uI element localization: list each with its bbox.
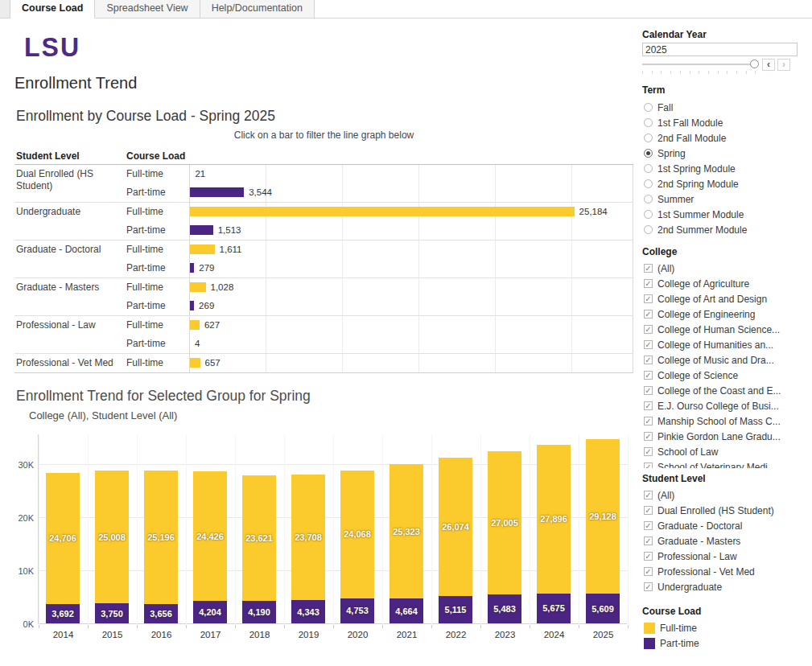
legend-swatch-full-time[interactable] — [644, 623, 655, 634]
part-time-segment[interactable]: 5,609 — [586, 594, 620, 623]
tab-help-documentation[interactable]: Help/Documentation — [200, 0, 315, 18]
bar-part-time[interactable] — [190, 187, 244, 197]
full-time-segment[interactable]: 25,323 — [390, 464, 423, 598]
term-option-fall[interactable]: Fall — [636, 100, 812, 115]
radio-icon[interactable] — [644, 103, 653, 112]
checkbox-checked-icon[interactable]: ✓ — [644, 491, 653, 500]
student-level-option-graduate-masters[interactable]: ✓Graduate - Masters — [636, 533, 812, 549]
full-time-segment[interactable]: 27,005 — [488, 451, 521, 594]
student-level-option-undergraduate[interactable]: ✓Undergraduate — [636, 579, 812, 594]
checkbox-checked-icon[interactable]: ✓ — [644, 521, 653, 530]
stacked-bar-2024[interactable]: 27,8965,675 — [537, 445, 571, 623]
slider-handle[interactable] — [750, 60, 759, 68]
stacked-bar-2025[interactable]: 29,1285,609 — [586, 439, 620, 623]
stacked-bar-2014[interactable]: 24,7063,692 — [46, 473, 80, 623]
full-time-segment[interactable]: 29,128 — [586, 439, 620, 594]
stacked-bar-2018[interactable]: 23,6214,190 — [242, 475, 276, 623]
bar-full-time[interactable] — [190, 207, 575, 216]
chevron-left-icon[interactable]: ‹ — [762, 59, 775, 71]
bar-full-time[interactable] — [190, 245, 215, 254]
bar-full-time[interactable] — [190, 358, 200, 368]
part-time-segment[interactable]: 5,675 — [537, 594, 571, 624]
college-option-pinkie-gordon-lane-gradu[interactable]: ✓Pinkie Gordon Lane Gradu... — [636, 429, 812, 444]
full-time-segment[interactable]: 23,621 — [242, 475, 276, 601]
college-option-college-of-agriculture[interactable]: ✓College of Agriculture — [636, 276, 812, 291]
college-option-all[interactable]: ✓(All) — [636, 261, 812, 276]
stacked-bar-2019[interactable]: 23,7084,343 — [291, 475, 325, 623]
college-option-college-of-engineering[interactable]: ✓College of Engineering — [636, 306, 812, 322]
radio-icon[interactable] — [644, 195, 653, 204]
bar-part-time[interactable] — [190, 263, 194, 273]
student-level-option-dual-enrolled-hs-student[interactable]: ✓Dual Enrolled (HS Student) — [636, 503, 812, 518]
part-time-segment[interactable]: 3,656 — [144, 604, 178, 623]
part-time-segment[interactable]: 4,753 — [340, 598, 374, 623]
part-time-segment[interactable]: 3,692 — [46, 604, 80, 623]
term-option-2nd-summer-module[interactable]: 2nd Summer Module — [636, 222, 812, 237]
college-option-college-of-human-science[interactable]: ✓College of Human Science... — [636, 322, 812, 337]
checkbox-checked-icon[interactable]: ✓ — [644, 310, 653, 319]
radio-icon[interactable] — [644, 149, 653, 158]
stacked-bar-2017[interactable]: 24,4264,204 — [193, 471, 227, 623]
tab-spreadsheet-view[interactable]: Spreadsheet View — [95, 0, 200, 18]
checkbox-checked-icon[interactable]: ✓ — [644, 401, 653, 410]
radio-icon[interactable] — [644, 164, 653, 173]
bar-part-time[interactable] — [190, 301, 194, 310]
legend-swatch-part-time[interactable] — [644, 638, 655, 649]
radio-icon[interactable] — [644, 118, 653, 127]
tab-course-load[interactable]: Course Load — [10, 0, 95, 18]
college-option-school-of-veterinary-medi[interactable]: ✓School of Veterinary Medi... — [636, 459, 812, 468]
checkbox-checked-icon[interactable]: ✓ — [644, 386, 653, 395]
checkbox-checked-icon[interactable]: ✓ — [644, 279, 653, 288]
checkbox-checked-icon[interactable]: ✓ — [644, 506, 653, 515]
checkbox-checked-icon[interactable]: ✓ — [644, 294, 653, 303]
full-time-segment[interactable]: 23,708 — [291, 475, 325, 601]
checkbox-checked-icon[interactable]: ✓ — [644, 340, 653, 349]
calendar-year-input[interactable] — [642, 43, 798, 56]
full-time-segment[interactable]: 26,074 — [439, 458, 472, 596]
radio-icon[interactable] — [644, 225, 653, 234]
radio-icon[interactable] — [644, 179, 653, 188]
college-option-school-of-law[interactable]: ✓School of Law — [636, 444, 812, 459]
part-time-segment[interactable]: 4,343 — [291, 600, 325, 623]
bar-full-time[interactable] — [190, 320, 200, 330]
checkbox-checked-icon[interactable]: ✓ — [644, 432, 653, 441]
checkbox-checked-icon[interactable]: ✓ — [644, 536, 653, 545]
college-option-college-of-science[interactable]: ✓College of Science — [636, 368, 812, 383]
college-option-college-of-the-coast-and-e[interactable]: ✓College of the Coast and E... — [636, 383, 812, 398]
stacked-bar-2021[interactable]: 25,3234,664 — [390, 464, 423, 623]
term-option-spring[interactable]: Spring — [636, 146, 812, 161]
college-option-college-of-humanities-an[interactable]: ✓College of Humanities an... — [636, 337, 812, 352]
radio-icon[interactable] — [644, 210, 653, 219]
checkbox-checked-icon[interactable]: ✓ — [644, 417, 653, 426]
part-time-segment[interactable]: 4,664 — [390, 598, 423, 623]
term-option-2nd-spring-module[interactable]: 2nd Spring Module — [636, 176, 812, 191]
stacked-bar-2020[interactable]: 24,0684,753 — [340, 471, 374, 623]
slider-track[interactable] — [642, 64, 756, 65]
stacked-bar-2015[interactable]: 25,0083,750 — [95, 471, 129, 623]
stacked-bar-2023[interactable]: 27,0055,483 — [488, 451, 521, 623]
student-level-option-graduate-doctoral[interactable]: ✓Graduate - Doctoral — [636, 518, 812, 533]
college-option-manship-school-of-mass-c[interactable]: ✓Manship School of Mass C... — [636, 413, 812, 429]
full-time-segment[interactable]: 24,068 — [340, 471, 374, 598]
student-level-option-all[interactable]: ✓(All) — [636, 487, 812, 503]
term-option-2nd-fall-module[interactable]: 2nd Fall Module — [636, 130, 812, 146]
checkbox-checked-icon[interactable]: ✓ — [644, 371, 653, 380]
checkbox-checked-icon[interactable]: ✓ — [644, 567, 653, 576]
legend-item-full-time[interactable]: Full-time — [636, 620, 812, 635]
checkbox-checked-icon[interactable]: ✓ — [644, 447, 653, 456]
full-time-segment[interactable]: 24,706 — [46, 473, 80, 604]
full-time-segment[interactable]: 24,426 — [193, 471, 227, 601]
term-option-1st-summer-module[interactable]: 1st Summer Module — [636, 207, 812, 222]
college-option-e-j-ourso-college-of-busi[interactable]: ✓E.J. Ourso College of Busi... — [636, 398, 812, 413]
part-time-segment[interactable]: 4,204 — [193, 601, 227, 623]
full-time-segment[interactable]: 25,196 — [144, 471, 178, 604]
college-option-college-of-art-and-design[interactable]: ✓College of Art and Design — [636, 291, 812, 306]
stacked-bar-2016[interactable]: 25,1963,656 — [144, 471, 178, 623]
part-time-segment[interactable]: 3,750 — [95, 603, 129, 623]
term-option-summer[interactable]: Summer — [636, 191, 812, 207]
full-time-segment[interactable]: 25,008 — [95, 471, 129, 603]
college-option-college-of-music-and-dra[interactable]: ✓College of Music and Dra... — [636, 352, 812, 368]
part-time-segment[interactable]: 5,115 — [439, 596, 472, 623]
checkbox-checked-icon[interactable]: ✓ — [644, 356, 653, 364]
term-option-1st-spring-module[interactable]: 1st Spring Module — [636, 161, 812, 176]
